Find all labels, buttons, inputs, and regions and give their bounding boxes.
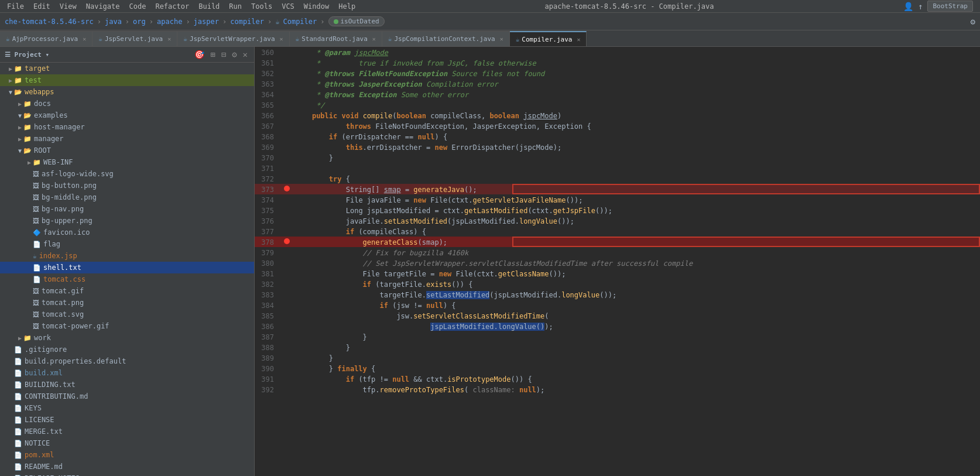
breadcrumb-apache[interactable]: apache [157,18,182,26]
tree-item-target[interactable]: ▶ 📁 target [0,63,254,74]
tab-compiler[interactable]: ☕ Compiler.java ✕ [510,31,587,46]
tab-close-standardroot[interactable]: ✕ [372,36,376,42]
tree-item-tomcat-gif[interactable]: ▶ 🖼 tomcat.gif [0,285,254,297]
tree-item-favicon[interactable]: ▶ 🔷 favicon.ico [0,227,254,238]
sidebar-expand-icon[interactable]: ⊞ [208,49,217,60]
menu-run[interactable]: Run [224,0,246,13]
menu-file[interactable]: File [2,0,29,13]
file-icon-tomcat-css: 📄 [33,276,41,283]
tab-close-ajpprocessor[interactable]: ✕ [83,36,86,42]
tree-item-release-notes[interactable]: ▶ 📄 RELEASE-NOTES [0,472,254,476]
tab-jspcompilationcontext[interactable]: ☕ JspCompilationContext.java ✕ [382,31,510,46]
tree-item-examples[interactable]: ▼ 📂 examples [0,109,254,121]
code-line-390: 390 } finally { [255,363,980,374]
folder-icon-webapps: 📂 [14,88,22,96]
tree-item-bg-upper[interactable]: ▶ 🖼 bg-upper.png [0,215,254,227]
tab-ajpprocessor[interactable]: ☕ AjpProcessor.java ✕ [0,31,92,46]
tree-item-bg-nav[interactable]: ▶ 🖼 bg-nav.png [0,203,254,215]
tree-item-webapps[interactable]: ▼ 📂 webapps [0,86,254,98]
user-icon[interactable]: 👤 [903,2,913,11]
breadcrumb-root[interactable]: che-tomcat-8.5.46-src [5,18,94,26]
menu-window[interactable]: Window [299,0,334,13]
tree-item-build-xml[interactable]: ▶ 📄 build.xml [0,367,254,379]
tab-jspservletwrapper[interactable]: ☕ JspServletWrapper.java ✕ [177,31,289,46]
update-icon[interactable]: ↑ [918,2,923,11]
sidebar: ☰ Project ▾ 🎯 ⊞ ⊟ ⚙ ✕ ▶ 📁 target ▶ 📁 tes… [0,47,255,476]
tree-item-pom-xml[interactable]: ▶ 📄 pom.xml [0,449,254,461]
toolbar-settings-icon[interactable]: ⚙ [971,17,975,26]
code-line-369: 369 this.errDispatcher = new ErrorDispat… [255,142,980,152]
tree-item-tomcat-power-gif[interactable]: ▶ 🖼 tomcat-power.gif [0,320,254,332]
code-line-378: 378 generateClass(smap); [255,237,980,247]
tree-item-work[interactable]: ▶ 📁 work [0,332,254,344]
tree-item-root[interactable]: ▼ 📂 ROOT [0,145,254,156]
is-outdated-badge[interactable]: isOutDated [328,16,385,26]
menu-vcs[interactable]: VCS [277,0,299,13]
tab-close-jspcompilationcontext[interactable]: ✕ [500,36,503,42]
breadcrumb-org[interactable]: org [133,18,146,26]
tree-item-tomcat-png[interactable]: ▶ 🖼 tomcat.png [0,297,254,309]
tree-item-keys[interactable]: ▶ 📄 KEYS [0,402,254,414]
breadcrumb-compiler-file[interactable]: Compiler [283,18,317,26]
tree-item-bg-button[interactable]: ▶ 🖼 bg-button.png [0,180,254,191]
file-icon-merge-txt: 📄 [14,428,22,436]
code-line-373: 373 String[] smap = generateJava(); [255,184,980,194]
code-line-362: 362 * @throws FileNotFoundException Sour… [255,68,980,78]
tree-item-contributing-md[interactable]: ▶ 📄 CONTRIBUTING.md [0,391,254,402]
code-line-368: 368 if (errDispatcher == null) { [255,131,980,142]
file-icon-tomcat-gif: 🖼 [33,287,39,295]
sidebar-collapse-icon[interactable]: ⊟ [220,49,228,60]
menu-tools[interactable]: Tools [246,0,277,13]
tree-item-manager[interactable]: ▶ 📁 manager [0,133,254,145]
breadcrumb-java[interactable]: java [105,18,122,26]
tree-item-host-manager[interactable]: ▶ 📁 host-manager [0,121,254,133]
tree-item-readme-md[interactable]: ▶ 📄 README.md [0,461,254,472]
tab-close-jspservletwrapper[interactable]: ✕ [280,36,283,42]
menu-view[interactable]: View [55,0,81,13]
tree-item-test[interactable]: ▶ 📁 test [0,74,254,86]
tree-item-flag[interactable]: ▶ 📄 flag [0,238,254,250]
code-line-375: 375 Long jspLastModified = ctxt.getLastM… [255,205,980,215]
tree-item-docs[interactable]: ▶ 📁 docs [0,98,254,109]
file-icon-bg-button: 🖼 [33,182,39,190]
breadcrumb-jasper[interactable]: jasper [194,18,219,26]
menu-build[interactable]: Build [194,0,224,13]
tree-item-asf-logo[interactable]: ▶ 🖼 asf-logo-wide.svg [0,168,254,180]
tree-item-shell-txt[interactable]: ▶ 📄 shell.txt [0,262,254,273]
file-icon-tomcat-power-gif: 🖼 [33,323,39,330]
tab-close-jspservlet[interactable]: ✕ [167,36,171,42]
code-editor[interactable]: 360 * @param jspcMode 361 * true if invo… [255,47,980,476]
tree-item-building-txt[interactable]: ▶ 📄 BUILDING.txt [0,379,254,391]
tree-item-gitignore[interactable]: ▶ 📄 .gitignore [0,344,254,355]
code-line-384: 384 if (jsw != null) { [255,300,980,310]
tree-item-tomcat-svg[interactable]: ▶ 🖼 tomcat.svg [0,309,254,320]
code-line-367: 367 throws FileNotFoundException, Jasper… [255,121,980,131]
file-icon-bg-upper: 🖼 [33,217,39,225]
menu-navigate[interactable]: Navigate [81,0,125,13]
tree-item-tomcat-css[interactable]: ▶ 📄 tomcat.css [0,273,254,285]
tab-jspservlet[interactable]: ☕ JspServlet.java ✕ [92,31,177,46]
tree-item-bg-middle[interactable]: ▶ 🖼 bg-middle.png [0,191,254,203]
file-icon-favicon: 🔷 [33,229,41,237]
breadcrumb-compiler-folder[interactable]: compiler [230,18,264,26]
folder-icon-work: 📁 [23,334,32,342]
tab-standardroot[interactable]: ☕ StandardRoot.java ✕ [290,31,382,46]
tree-item-build-properties[interactable]: ▶ 📄 build.properties.default [0,355,254,367]
tree-item-notice[interactable]: ▶ 📄 NOTICE [0,437,254,449]
tree-item-webinf[interactable]: ▶ 📁 WEB-INF [0,156,254,168]
menu-refactor[interactable]: Refactor [150,0,194,13]
menu-help[interactable]: Help [334,0,360,13]
code-line-381: 381 File targetFile = new File(ctxt.getC… [255,268,980,279]
tree-item-license[interactable]: ▶ 📄 LICENSE [0,414,254,426]
sidebar-close-icon[interactable]: ✕ [241,49,249,60]
menu-edit[interactable]: Edit [29,0,55,13]
tree-item-index-jsp[interactable]: ▶ ☕ index.jsp [0,250,254,262]
tree-item-merge-txt[interactable]: ▶ 📄 MERGE.txt [0,426,254,437]
tab-close-compiler[interactable]: ✕ [577,36,580,43]
sidebar-settings-icon[interactable]: ⚙ [230,49,238,60]
code-line-371: 371 [255,163,980,173]
menu-code[interactable]: Code [125,0,151,13]
sidebar-locate-icon[interactable]: 🎯 [193,49,206,60]
bootstrap-badge[interactable]: BootStrap [927,1,973,12]
code-line-361: 361 * true if invoked from JspC, false o… [255,57,980,68]
